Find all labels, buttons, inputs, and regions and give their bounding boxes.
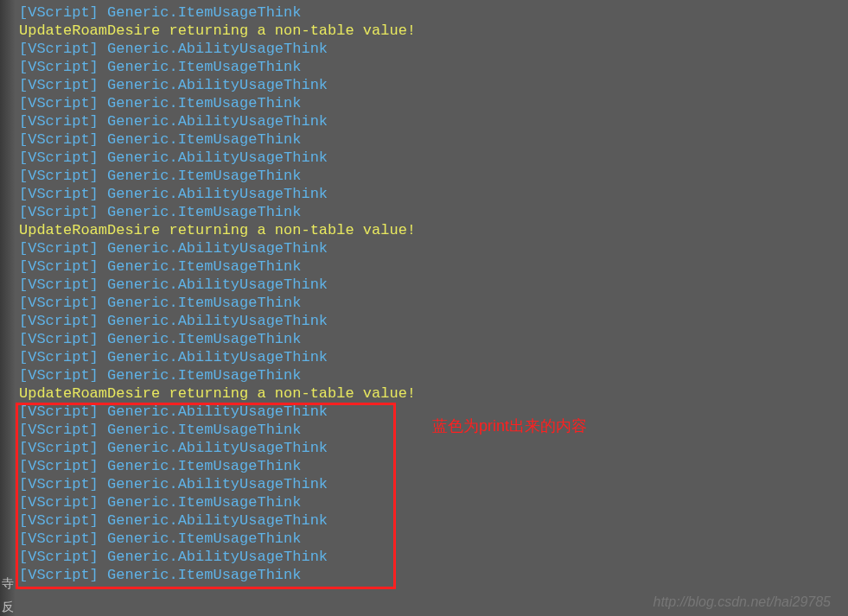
vscript-message: Generic.ItemUsageThink xyxy=(99,4,302,21)
vscript-message: Generic.ItemUsageThink xyxy=(99,567,302,583)
vscript-message: Generic.AbilityUsageThink xyxy=(99,41,328,57)
vscript-tag: [VScript] xyxy=(19,240,99,257)
vscript-tag: [VScript] xyxy=(19,113,99,130)
console-line: [VScript] Generic.AbilityUsageThink xyxy=(0,511,848,530)
vscript-message: Generic.ItemUsageThink xyxy=(99,530,302,547)
vscript-message: Generic.ItemUsageThink xyxy=(99,458,302,474)
left-edge-char: 反 xyxy=(2,598,14,616)
vscript-message: Generic.AbilityUsageThink xyxy=(99,77,328,93)
left-edge-char: 寺 xyxy=(2,575,14,593)
vscript-message: Generic.ItemUsageThink xyxy=(99,258,302,275)
vscript-tag: [VScript] xyxy=(19,458,99,474)
vscript-tag: [VScript] xyxy=(19,131,99,148)
vscript-message: Generic.AbilityUsageThink xyxy=(99,403,328,420)
vscript-tag: [VScript] xyxy=(19,367,99,384)
vscript-tag: [VScript] xyxy=(19,476,99,492)
console-line: [VScript] Generic.ItemUsageThink xyxy=(0,257,848,276)
vscript-message: Generic.AbilityUsageThink xyxy=(99,349,328,365)
console-line: [VScript] Generic.AbilityUsageThink xyxy=(0,276,848,294)
console-line: [VScript] Generic.AbilityUsageThink xyxy=(0,185,848,203)
vscript-message: Generic.AbilityUsageThink xyxy=(99,149,328,166)
vscript-message: Generic.ItemUsageThink xyxy=(99,95,302,111)
console-line: [VScript] Generic.ItemUsageThink xyxy=(0,330,848,348)
vscript-message: Generic.AbilityUsageThink xyxy=(99,440,328,456)
console-line: [VScript] Generic.ItemUsageThink xyxy=(0,58,848,76)
vscript-tag: [VScript] xyxy=(19,549,99,565)
console-line: [VScript] Generic.AbilityUsageThink xyxy=(0,239,848,257)
console-line: UpdateRoamDesire returning a non-table v… xyxy=(0,384,848,403)
vscript-tag: [VScript] xyxy=(19,168,99,184)
console-line: [VScript] Generic.ItemUsageThink xyxy=(0,421,848,439)
console-line: [VScript] Generic.ItemUsageThink xyxy=(0,493,848,511)
console-line: [VScript] Generic.AbilityUsageThink xyxy=(0,76,848,94)
vscript-tag: [VScript] xyxy=(19,567,99,583)
console-line: [VScript] Generic.AbilityUsageThink xyxy=(0,149,848,167)
vscript-message: Generic.ItemUsageThink xyxy=(99,204,302,220)
console-line: [VScript] Generic.ItemUsageThink xyxy=(0,294,848,312)
vscript-message: Generic.ItemUsageThink xyxy=(99,422,302,438)
vscript-message: Generic.ItemUsageThink xyxy=(99,295,302,311)
vscript-tag: [VScript] xyxy=(19,331,99,347)
vscript-message: Generic.AbilityUsageThink xyxy=(99,512,328,529)
vscript-message: Generic.ItemUsageThink xyxy=(99,59,302,75)
console-output[interactable]: [VScript] Generic.ItemUsageThinkUpdateRo… xyxy=(0,0,848,584)
vscript-message: Generic.AbilityUsageThink xyxy=(99,240,328,257)
console-line: [VScript] Generic.ItemUsageThink xyxy=(0,457,848,475)
vscript-message: Generic.ItemUsageThink xyxy=(99,367,302,384)
vscript-message: Generic.AbilityUsageThink xyxy=(99,186,328,202)
vscript-tag: [VScript] xyxy=(19,186,99,202)
vscript-message: Generic.ItemUsageThink xyxy=(99,331,302,347)
console-line: [VScript] Generic.ItemUsageThink xyxy=(0,167,848,185)
console-line: [VScript] Generic.AbilityUsageThink xyxy=(0,475,848,493)
watermark-text: http://blog.csdn.net/hai29785 xyxy=(654,593,832,611)
vscript-tag: [VScript] xyxy=(19,258,99,275)
console-line: [VScript] Generic.ItemUsageThink xyxy=(0,203,848,221)
vscript-tag: [VScript] xyxy=(19,313,99,329)
vscript-tag: [VScript] xyxy=(19,149,99,166)
console-line: [VScript] Generic.ItemUsageThink xyxy=(0,3,848,22)
vscript-message: Generic.AbilityUsageThink xyxy=(99,313,328,329)
vscript-tag: [VScript] xyxy=(19,4,99,21)
console-line: UpdateRoamDesire returning a non-table v… xyxy=(0,221,848,239)
warning-text: UpdateRoamDesire returning a non-table v… xyxy=(19,222,416,238)
vscript-tag: [VScript] xyxy=(19,440,99,456)
vscript-message: Generic.ItemUsageThink xyxy=(99,168,302,184)
vscript-tag: [VScript] xyxy=(19,276,99,293)
console-line: [VScript] Generic.ItemUsageThink xyxy=(0,366,848,384)
console-line: [VScript] Generic.ItemUsageThink xyxy=(0,530,848,548)
console-line: [VScript] Generic.ItemUsageThink xyxy=(0,94,848,112)
vscript-message: Generic.ItemUsageThink xyxy=(99,494,302,511)
vscript-tag: [VScript] xyxy=(19,512,99,529)
warning-text: UpdateRoamDesire returning a non-table v… xyxy=(19,385,416,402)
vscript-tag: [VScript] xyxy=(19,494,99,511)
vscript-tag: [VScript] xyxy=(19,295,99,311)
annotation-text: 蓝色为print出来的内容 xyxy=(432,417,587,435)
console-line: [VScript] Generic.AbilityUsageThink xyxy=(0,312,848,330)
vscript-tag: [VScript] xyxy=(19,422,99,438)
vscript-message: Generic.AbilityUsageThink xyxy=(99,113,328,130)
vscript-message: Generic.ItemUsageThink xyxy=(99,131,302,148)
vscript-message: Generic.AbilityUsageThink xyxy=(99,549,328,565)
vscript-tag: [VScript] xyxy=(19,349,99,365)
console-line: [VScript] Generic.AbilityUsageThink xyxy=(0,40,848,58)
vscript-tag: [VScript] xyxy=(19,204,99,220)
vscript-tag: [VScript] xyxy=(19,77,99,93)
vscript-tag: [VScript] xyxy=(19,59,99,75)
vscript-tag: [VScript] xyxy=(19,41,99,57)
console-line: [VScript] Generic.AbilityUsageThink xyxy=(0,548,848,566)
console-line: [VScript] Generic.AbilityUsageThink xyxy=(0,348,848,366)
vscript-tag: [VScript] xyxy=(19,530,99,547)
vscript-tag: [VScript] xyxy=(19,95,99,111)
console-line: [VScript] Generic.AbilityUsageThink xyxy=(0,439,848,457)
vscript-message: Generic.AbilityUsageThink xyxy=(99,276,328,293)
vscript-message: Generic.AbilityUsageThink xyxy=(99,476,328,492)
warning-text: UpdateRoamDesire returning a non-table v… xyxy=(19,22,416,39)
console-line: [VScript] Generic.AbilityUsageThink xyxy=(0,403,848,421)
vscript-tag: [VScript] xyxy=(19,403,99,420)
console-line: [VScript] Generic.AbilityUsageThink xyxy=(0,112,848,130)
console-line: [VScript] Generic.ItemUsageThink xyxy=(0,566,848,584)
console-line: [VScript] Generic.ItemUsageThink xyxy=(0,130,848,149)
console-line: UpdateRoamDesire returning a non-table v… xyxy=(0,22,848,40)
